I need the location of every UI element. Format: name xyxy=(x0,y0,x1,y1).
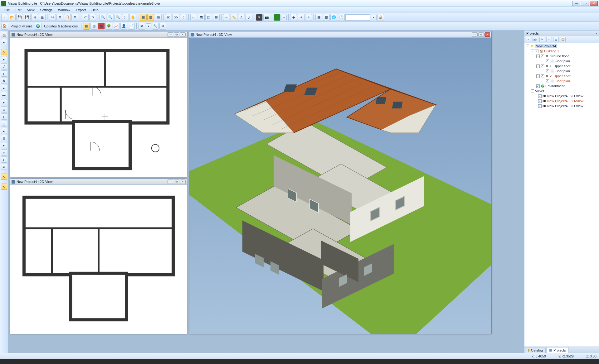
grid-tool-icon[interactable]: ▤ xyxy=(155,14,162,21)
expand-2-icon[interactable]: ▸ xyxy=(1,56,7,62)
tree-floorplan-upper2[interactable]: Floor plan xyxy=(555,79,570,83)
tree-environment[interactable]: Environment xyxy=(545,84,565,88)
layer-c-icon[interactable]: ▦ xyxy=(98,23,105,30)
checkbox[interactable] xyxy=(546,79,549,83)
options-icon[interactable]: ⚙ xyxy=(159,23,166,30)
expand-7-icon[interactable]: ▸ xyxy=(1,128,7,134)
people-icon[interactable]: 👤 xyxy=(120,23,127,30)
checkbox[interactable] xyxy=(546,60,549,63)
checkbox[interactable] xyxy=(536,84,540,88)
lock-icon[interactable]: 🔒 xyxy=(377,14,384,21)
window-2d-b-titlebar[interactable]: New Project4 : 2D View — ▭ ✕ xyxy=(10,179,187,185)
print-icon[interactable]: 🖨 xyxy=(31,14,38,21)
saveas-icon[interactable]: 💾 xyxy=(24,14,31,21)
tool-text-icon[interactable]: A xyxy=(1,78,7,84)
tool-pointer-icon[interactable]: ↖ xyxy=(1,49,7,55)
tree-view-item[interactable]: New Project4 : 2D View xyxy=(547,104,583,108)
select-tool-icon[interactable]: ▦ xyxy=(140,14,147,21)
tools-icon[interactable]: 🛠 xyxy=(138,23,145,30)
collapse-icon[interactable]: − xyxy=(531,89,534,93)
rename-icon[interactable]: ab| xyxy=(533,37,538,42)
printpreview-icon[interactable]: 🖶 xyxy=(39,14,46,21)
house-icon[interactable]: 🏠 xyxy=(560,37,566,42)
tree-building[interactable]: Building 1 xyxy=(544,49,559,53)
dropdown-2-icon[interactable]: ▾ xyxy=(371,15,377,20)
expand-9-icon[interactable]: ▸ xyxy=(1,156,7,163)
clock-icon[interactable]: 🕐 xyxy=(338,14,345,21)
render-2-icon[interactable]: ▩ xyxy=(323,14,330,21)
window-h-icon[interactable]: ⬒ xyxy=(198,14,205,21)
ruler-icon[interactable]: 📏 xyxy=(231,14,237,21)
window-2d-a-titlebar[interactable]: New Project4 : 2D View — ▭ ✕ xyxy=(10,31,187,38)
menu-help[interactable]: Help xyxy=(89,7,101,12)
render-1-icon[interactable]: ▦ xyxy=(315,14,322,21)
tree-upper-floor-2[interactable]: 2. Upper floor xyxy=(550,74,571,78)
check-icon[interactable]: ✓ xyxy=(526,37,531,42)
tool-grab-icon[interactable]: ↖ xyxy=(1,184,7,190)
expand-4-icon[interactable]: ▸ xyxy=(1,85,7,91)
zoom-grab-icon[interactable]: ✋ xyxy=(129,14,136,21)
cut-icon[interactable]: ✂ xyxy=(49,14,56,21)
offset-icon[interactable]: ⫽ xyxy=(246,14,252,21)
color-icon[interactable] xyxy=(274,14,280,21)
checkbox[interactable] xyxy=(535,50,538,53)
paste-icon[interactable]: 📋 xyxy=(64,14,71,21)
checkbox[interactable] xyxy=(538,99,542,103)
dropdown-3-icon[interactable]: ▾ xyxy=(146,23,151,29)
minimize-button[interactable]: — xyxy=(572,1,580,6)
checkbox[interactable] xyxy=(538,104,542,108)
earth-icon[interactable]: 🌍 xyxy=(35,23,41,30)
dropdown-icon[interactable]: ▾ xyxy=(281,15,287,20)
material-2-icon[interactable]: ✦ xyxy=(298,14,304,21)
max-icon[interactable]: ▭ xyxy=(174,32,179,37)
menu-settings[interactable]: Settings xyxy=(37,7,55,12)
redo-icon[interactable]: ↷ xyxy=(89,14,96,21)
tool-select-icon[interactable]: ↖ xyxy=(1,174,7,180)
collapse-icon[interactable]: − xyxy=(536,55,540,58)
doc-icon[interactable]: 📄 xyxy=(128,23,135,30)
camera-icon[interactable]: 📷 xyxy=(263,14,270,21)
collapse-icon[interactable]: − xyxy=(526,45,529,48)
snap-tool-icon[interactable]: ▥ xyxy=(147,14,154,21)
view-2d-icon[interactable]: 2D xyxy=(165,14,172,21)
layers-icon[interactable]: ▤ xyxy=(553,37,559,42)
layer-b-icon[interactable]: ▥ xyxy=(90,23,97,30)
min-icon[interactable]: — xyxy=(168,32,173,37)
collapse-icon[interactable]: − xyxy=(536,65,540,68)
globe-icon[interactable]: 🌐 xyxy=(330,14,337,21)
window-single-icon[interactable]: ▭ xyxy=(190,14,197,21)
edit-icon[interactable]: ✎ xyxy=(539,37,545,42)
tree-views-label[interactable]: Views xyxy=(535,89,544,93)
delete-icon[interactable]: ✕ xyxy=(546,37,552,42)
checkbox[interactable] xyxy=(546,69,549,73)
checkbox[interactable] xyxy=(541,65,544,68)
tool-roof-icon[interactable]: △ xyxy=(1,149,7,156)
checkbox[interactable] xyxy=(541,74,544,78)
menu-window[interactable]: Window xyxy=(56,7,73,12)
angle-icon[interactable]: ∠ xyxy=(238,14,245,21)
open-icon[interactable]: 📂 xyxy=(9,14,16,21)
close-icon[interactable]: ✕ xyxy=(180,32,186,37)
tree-ground-floor[interactable]: Ground floor xyxy=(550,54,569,58)
view-section-icon[interactable]: ▯ xyxy=(180,14,187,21)
material-3-icon[interactable]: ✧ xyxy=(305,14,312,21)
expand-3-icon[interactable]: ▸ xyxy=(1,70,7,77)
menu-export[interactable]: Export xyxy=(73,7,88,12)
window-3d-titlebar[interactable]: New Project4 : 3D-View — ▭ ✕ xyxy=(189,31,491,38)
collapse-icon[interactable]: − xyxy=(531,50,534,53)
duplicate-icon[interactable]: ⧉ xyxy=(71,14,78,21)
max-icon[interactable]: ▭ xyxy=(174,180,179,184)
zoom-in-icon[interactable]: 🔍 xyxy=(107,14,114,21)
collapse-icon[interactable]: − xyxy=(536,74,540,78)
tree-floorplan-ground[interactable]: Floor plan xyxy=(555,59,570,63)
zoom-out-icon[interactable]: 🔍 xyxy=(114,14,121,21)
tool-wall-icon[interactable]: ▬ xyxy=(1,92,7,98)
chevron-down-icon[interactable]: ▾ xyxy=(596,32,597,35)
expand-5-icon[interactable]: ▸ xyxy=(1,99,7,105)
undo-icon[interactable]: ↶ xyxy=(82,14,89,21)
window-3d-viewport[interactable] xyxy=(189,38,491,334)
expand-1-icon[interactable]: ▸ xyxy=(1,39,7,45)
tool-home-icon[interactable]: 🏠 xyxy=(1,32,7,38)
updates-button[interactable]: Updates & Extensions xyxy=(42,24,80,28)
tree-upper-floor-1[interactable]: 1. Upper floor xyxy=(550,64,571,68)
